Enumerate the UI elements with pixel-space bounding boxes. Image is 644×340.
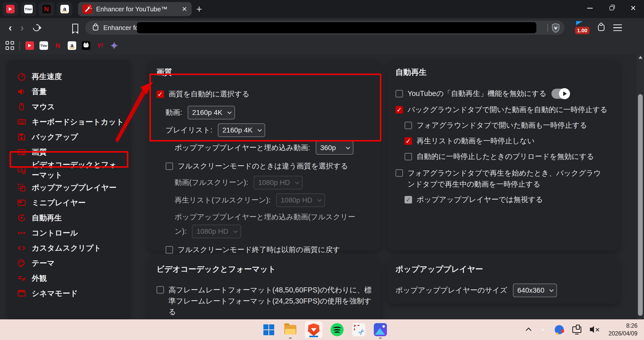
sidebar-item-appearance[interactable]: 外観: [17, 271, 130, 286]
new-tab-button[interactable]: +: [196, 4, 202, 14]
sidebar-item-playback-speed[interactable]: 再生速度: [17, 69, 130, 84]
field-label: ポップアッププレイヤーと埋め込み動画:: [175, 143, 310, 153]
menu-hamburger-icon[interactable]: [613, 24, 622, 31]
settings-sidebar: 再生速度 音量 マウス キーボードショートカット バックアップ HQ 画質 ビデ…: [8, 60, 130, 318]
bookmark-tver-icon[interactable]: TVer: [39, 41, 48, 50]
sidebar-item-keyboard-shortcuts[interactable]: キーボードショートカット: [17, 114, 130, 129]
address-bar[interactable]: Enhancer for YouTube™: [85, 21, 565, 35]
tray-blue-app-icon[interactable]: [555, 325, 564, 334]
sidebar-label: ビデオコーデックとフォーマット: [32, 160, 120, 180]
checkbox-label: 再生リストの動画を一時停止しない: [417, 136, 535, 146]
bookmark-icon[interactable]: [72, 24, 78, 32]
system-tray: ✕ ✕ 8:26 2026/04/09: [527, 319, 637, 340]
sidebar-item-theme[interactable]: テーマ: [17, 256, 130, 271]
chevron-down-icon: [295, 180, 299, 184]
display-device-icon[interactable]: [572, 326, 581, 333]
reload-button[interactable]: [31, 23, 41, 32]
field-label: ン):: [175, 226, 186, 236]
checkbox-unchecked-icon[interactable]: [405, 122, 412, 129]
notification-flag-icon: [576, 21, 583, 25]
sidebar-item-autoplay[interactable]: 自動再生: [17, 210, 130, 225]
scrollbar-thumb[interactable]: [638, 94, 643, 316]
pinned-tab-youtube[interactable]: [3, 2, 18, 16]
scroll-up-arrow-icon[interactable]: [638, 56, 642, 59]
start-button[interactable]: [262, 323, 276, 337]
bookmark-amazon-icon[interactable]: a: [68, 41, 76, 50]
volume-muted-icon[interactable]: ✕: [590, 326, 600, 333]
clock-date: 2026/04/09: [609, 330, 637, 337]
select-value: 1080p HD: [281, 196, 312, 204]
select-value: 2160p 4K: [192, 109, 222, 117]
sidebar-item-popup-player[interactable]: ポップアッププレイヤー: [17, 180, 130, 195]
sidebar-item-mini-player[interactable]: ミニプレイヤー: [17, 195, 130, 210]
checkbox-unchecked-icon[interactable]: [166, 162, 173, 170]
checkbox-label: 自動的に一時停止したときのプリロードを無効にする: [417, 152, 594, 162]
file-explorer-button[interactable]: [283, 323, 297, 337]
bookmark-netflix-icon[interactable]: N: [54, 41, 62, 50]
pinned-tab-netflix[interactable]: N: [39, 2, 54, 16]
enhancer-extension-button[interactable]: 1.00: [575, 21, 590, 35]
checkbox-unchecked-icon[interactable]: [395, 90, 403, 97]
sidebar-label: ポップアッププレイヤー: [32, 183, 116, 193]
sidebar-item-video-codec[interactable]: ビデオコーデックとフォーマット: [17, 160, 130, 180]
field-label: 動画(フルスクリーン):: [175, 178, 248, 188]
sidebar-item-mouse[interactable]: マウス: [17, 99, 130, 114]
active-tab[interactable]: Enhancer for YouTube™ ✕: [78, 2, 192, 16]
fullscreen-different-row: フルスクリーンモードのときは違う画質を選択する: [166, 161, 372, 171]
popup-embedded-quality-select[interactable]: 360p: [316, 141, 353, 155]
playlist-quality-select[interactable]: 2160p 4K: [218, 123, 265, 137]
checkbox-unchecked-icon[interactable]: [405, 153, 412, 160]
hq-icon: HQ: [17, 147, 27, 157]
bookmark-yahoo-icon[interactable]: Y!: [96, 41, 104, 50]
sidebar-item-cinema-mode[interactable]: シネマモード: [17, 286, 130, 301]
pinned-tab-tver[interactable]: TVer: [21, 2, 36, 16]
bookmark-youtube-icon[interactable]: [25, 41, 34, 50]
vertical-scrollbar[interactable]: [637, 54, 644, 319]
checkbox-unchecked-icon[interactable]: [395, 169, 403, 177]
brave-shields-icon[interactable]: [551, 23, 560, 33]
bookmarks-divider: [19, 41, 20, 50]
checkbox-checked-icon[interactable]: [156, 90, 164, 98]
pinned-tab-amazon[interactable]: a: [57, 2, 72, 16]
forward-button[interactable]: ›: [20, 23, 24, 33]
bookmark-gemini-icon[interactable]: [110, 41, 118, 50]
tab-close-icon[interactable]: ✕: [182, 6, 187, 12]
extensions-puzzle-icon[interactable]: [597, 23, 606, 32]
toolbar: ‹ › Enhancer for YouTube™ 1.00: [0, 18, 644, 37]
window-controls: ✕: [579, 0, 644, 16]
snipping-tool-button[interactable]: ✂: [352, 323, 366, 337]
minimize-button[interactable]: [579, 0, 601, 16]
sidebar-item-quality[interactable]: HQ 画質: [17, 145, 130, 160]
brave-browser-button[interactable]: [305, 321, 323, 338]
url-redacted-bar: [137, 22, 536, 33]
close-button[interactable]: ✕: [622, 0, 644, 16]
checkbox-unchecked-icon[interactable]: [156, 286, 164, 294]
disable-preload-row: 自動的に一時停止したときのプリロードを無効にする: [405, 152, 611, 162]
sidebar-item-volume[interactable]: 音量: [17, 84, 130, 99]
mini-player-icon: [17, 198, 27, 208]
tray-x-icon[interactable]: ✕: [540, 325, 546, 334]
checkbox-checked-icon[interactable]: [405, 137, 412, 145]
taskbar-clock[interactable]: 8:26 2026/04/09: [609, 322, 637, 337]
popup-player-panel: ポップアッププレイヤー ポップアッププレイヤーのサイズ 640x360: [387, 257, 620, 304]
checkbox-label: 画質を自動的に選択する: [169, 89, 250, 99]
restore-button[interactable]: [601, 0, 622, 16]
spotify-button[interactable]: [330, 323, 344, 337]
popup-size-select[interactable]: 640x360: [513, 284, 557, 297]
apps-grid-icon[interactable]: [6, 41, 15, 50]
checkbox-label: フォアグラウンドタブで開いた動画も一時停止する: [417, 120, 587, 130]
checkbox-checked-icon[interactable]: [395, 106, 403, 114]
checkbox-unchecked-icon[interactable]: [166, 246, 173, 254]
photos-icon: [374, 323, 387, 336]
enhancer-wand-icon: [83, 4, 92, 14]
bookmark-cat-site-icon[interactable]: [82, 41, 90, 50]
address-bar-divider: [547, 24, 548, 32]
back-button[interactable]: ‹: [9, 23, 12, 33]
ignore-popup-row: ポップアッププレイヤーでは無視する: [405, 195, 611, 205]
video-quality-select[interactable]: 2160p 4K: [188, 106, 235, 119]
hidden-icons-chevron-icon[interactable]: [526, 328, 532, 333]
sidebar-item-custom-scripts[interactable]: カスタムスクリプト: [17, 241, 130, 256]
photos-button[interactable]: [373, 323, 387, 337]
sidebar-item-controls[interactable]: コントロール: [17, 225, 130, 241]
sidebar-item-backup[interactable]: バックアップ: [17, 129, 130, 145]
